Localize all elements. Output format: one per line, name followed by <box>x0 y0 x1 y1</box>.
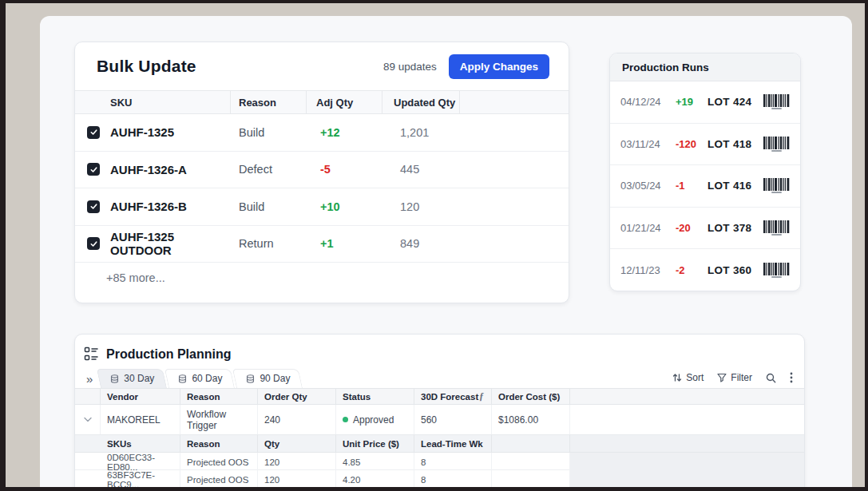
sku-cell: AUHF-1326-A <box>75 163 231 176</box>
column-header-reason: Reason <box>231 91 307 113</box>
tab-label: 30 Day <box>124 373 154 384</box>
column-header-updated-qty: Updated Qty <box>382 91 460 113</box>
sku-label: AUHF-1325 <box>110 125 174 139</box>
bulk-update-header: Bulk Update 89 updates Apply Changes <box>75 42 569 90</box>
page-background: Bulk Update 89 updates Apply Changes SKU… <box>40 16 852 487</box>
list-item: 04/12/24 +19 LOT 424 <box>610 81 800 124</box>
row-checkbox[interactable] <box>87 237 100 250</box>
column-header-unit-price: Unit Price ($) <box>336 435 414 452</box>
run-lot: LOT 424 <box>707 96 751 108</box>
column-header-qty: Qty <box>258 435 336 452</box>
run-date: 03/11/24 <box>620 138 670 150</box>
table-row: AUHF-1325 Build +12 1,201 <box>75 114 569 152</box>
column-header-forecast: 30D Forecastƒ <box>414 389 492 404</box>
expand-cell[interactable] <box>75 405 101 434</box>
updates-count-badge: 89 updates <box>383 61 437 73</box>
updated-qty-cell: 120 <box>382 200 460 213</box>
check-icon <box>89 240 98 248</box>
production-planning-header: Production Planning <box>75 335 804 362</box>
search-button[interactable] <box>766 373 776 383</box>
barcode-icon <box>763 178 790 193</box>
production-runs-card: Production Runs 04/12/24 +19 LOT 424 03/… <box>609 53 801 291</box>
run-date: 01/21/24 <box>620 222 670 234</box>
sku-row: 63BF3C7E-BCC9... Projected OOS 120 4.20 … <box>75 470 804 487</box>
status-cell: Approved <box>336 405 414 434</box>
bulk-update-card: Bulk Update 89 updates Apply Changes SKU… <box>74 42 569 303</box>
column-header-vendor: Vendor <box>101 389 180 404</box>
filter-button[interactable]: Filter <box>717 372 752 383</box>
production-runs-list: 04/12/24 +19 LOT 424 03/11/24 -120 LOT 4… <box>610 81 800 291</box>
tab-label: 90 Day <box>260 373 290 384</box>
column-header-filler <box>460 91 569 113</box>
run-lot: LOT 416 <box>707 180 751 192</box>
formula-icon[interactable]: ƒ <box>479 390 484 402</box>
barcode-icon <box>763 263 790 278</box>
more-options-button[interactable] <box>790 372 793 383</box>
apply-changes-button[interactable]: Apply Changes <box>449 54 549 79</box>
run-lot: LOT 378 <box>707 222 751 234</box>
order-cost-cell: $1086.00 <box>492 405 570 434</box>
sku-cell: AUHF-1325 OUTDOOR <box>75 230 231 257</box>
sku-label: AUHF-1326-B <box>110 200 187 213</box>
sku-cell: 0D60EC33-ED80... <box>75 453 180 472</box>
sku-label: AUHF-1326-A <box>110 163 187 176</box>
column-header-order-qty: Order Qty <box>258 389 336 404</box>
updated-qty-cell: 1,201 <box>382 126 460 139</box>
adj-qty-cell: +1 <box>307 237 382 250</box>
column-header-order-cost: Order Cost ($) <box>492 389 570 404</box>
list-item: 12/11/23 -2 LOT 360 <box>610 249 800 291</box>
sort-button[interactable]: Sort <box>672 372 704 383</box>
check-icon <box>89 202 98 211</box>
updated-qty-cell: 445 <box>382 163 460 176</box>
check-icon <box>89 165 98 174</box>
column-header-filler <box>570 389 804 404</box>
collapse-panel-icon[interactable]: » <box>86 373 93 385</box>
run-lot: LOT 418 <box>707 138 751 150</box>
qty-cell: 120 <box>258 453 336 472</box>
tab-label: 60 Day <box>192 373 222 384</box>
sku-cell: 63BF3C7E-BCC9... <box>75 470 180 487</box>
status-badge: Approved <box>353 414 394 426</box>
run-delta: +19 <box>676 96 702 108</box>
sku-subtable-header: SKUs Reason Qty Unit Price ($) Lead-Time… <box>75 435 804 453</box>
row-checkbox[interactable] <box>87 200 100 213</box>
filter-icon <box>717 373 727 382</box>
tab-60-day[interactable]: 60 Day <box>168 369 235 388</box>
run-date: 12/11/23 <box>620 264 670 276</box>
chevron-down-icon <box>84 417 92 422</box>
database-icon <box>246 374 255 383</box>
barcode-icon <box>763 137 790 152</box>
column-header-skus: SKUs <box>75 435 180 452</box>
order-qty-cell: 240 <box>258 405 336 434</box>
row-checkbox[interactable] <box>87 126 100 139</box>
row-checkbox[interactable] <box>87 163 100 176</box>
reason-cell: Workflow Trigger <box>180 405 258 434</box>
more-rows-link[interactable]: +85 more... <box>75 263 569 293</box>
vendor-cell: MAKOREEL <box>101 405 180 434</box>
sku-cell: AUHF-1326-B <box>75 200 231 213</box>
table-row: AUHF-1326-A Defect -5 445 <box>75 152 569 189</box>
qty-cell: 120 <box>258 470 336 487</box>
column-header-expand <box>75 389 101 404</box>
barcode-icon <box>763 94 790 109</box>
forecast-cell: 560 <box>414 405 492 434</box>
list-item: 01/21/24 -20 LOT 378 <box>610 208 800 250</box>
adj-qty-cell: +12 <box>307 126 382 139</box>
run-date: 03/05/24 <box>620 180 670 192</box>
column-header-filler <box>570 435 804 452</box>
adj-qty-cell: +10 <box>307 200 382 213</box>
list-item: 03/05/24 -1 LOT 416 <box>610 165 800 208</box>
tab-90-day[interactable]: 90 Day <box>236 369 303 388</box>
adj-qty-cell: -5 <box>307 163 382 176</box>
column-header-status: Status <box>336 389 414 404</box>
column-header-lead-time: Lead-Time Wk <box>414 435 492 452</box>
kebab-menu-icon <box>790 372 793 383</box>
tab-30-day[interactable]: 30 Day <box>101 369 167 388</box>
run-lot: LOT 360 <box>707 264 751 276</box>
sort-icon <box>672 373 682 382</box>
reason-cell: Projected OOS <box>180 453 258 472</box>
unit-price-cell: 4.85 <box>336 453 414 472</box>
reason-cell: Build <box>231 200 307 213</box>
status-dot-icon <box>343 417 348 422</box>
table-row: AUHF-1325 OUTDOOR Return +1 849 <box>75 226 569 263</box>
